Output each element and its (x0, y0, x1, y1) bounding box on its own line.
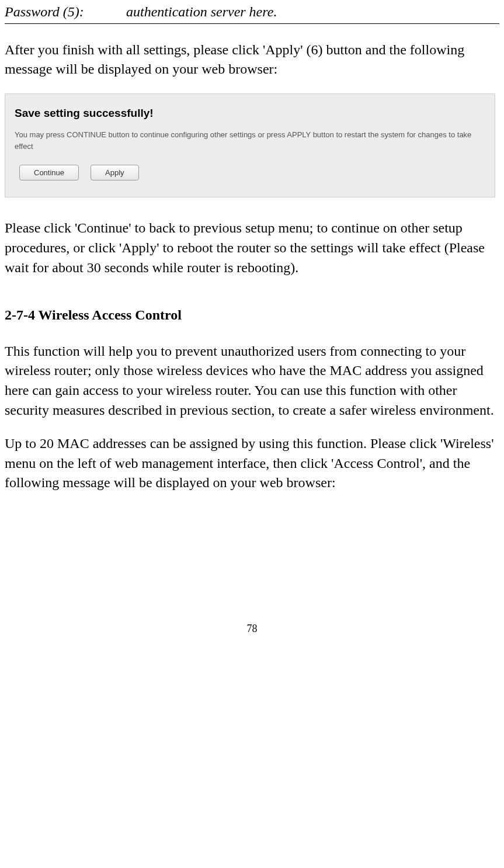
password-value: authentication server here. (126, 2, 499, 22)
paragraph-continue-apply: Please click 'Continue' to back to previ… (5, 218, 499, 277)
table-row-password: Password (5): authentication server here… (5, 2, 499, 24)
paragraph-access-control-1: This function will help you to prevent u… (5, 342, 499, 420)
section-heading: 2-7-4 Wireless Access Control (5, 305, 499, 325)
screenshot-save-setting: Save setting successfully! You may press… (5, 93, 495, 198)
screenshot-description: You may press CONTINUE button to continu… (15, 129, 485, 152)
screenshot-button-row: Continue Apply (19, 165, 485, 180)
page-number: 78 (5, 622, 499, 636)
paragraph-intro: After you finish with all settings, plea… (5, 40, 499, 79)
paragraph-access-control-2: Up to 20 MAC addresses can be assigned b… (5, 434, 499, 493)
continue-button[interactable]: Continue (19, 165, 79, 180)
screenshot-title: Save setting successfully! (15, 106, 485, 121)
apply-button[interactable]: Apply (91, 165, 139, 180)
password-label: Password (5): (5, 2, 126, 22)
